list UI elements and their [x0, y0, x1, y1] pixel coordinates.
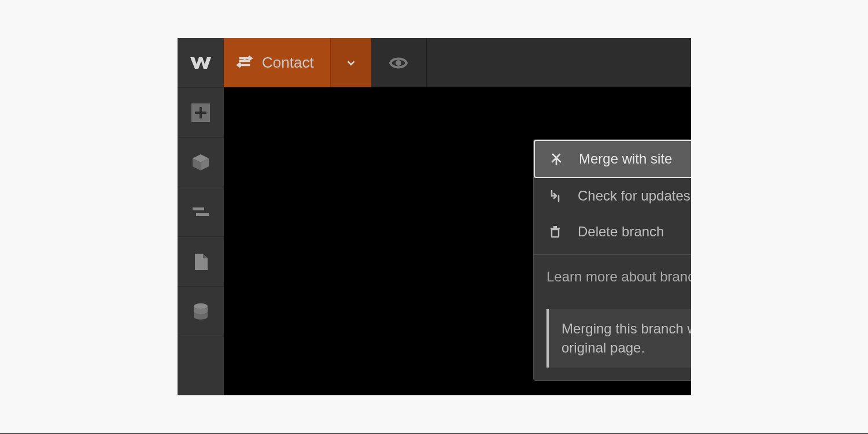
- svg-rect-6: [193, 207, 204, 210]
- trash-icon: [546, 225, 564, 239]
- svg-rect-10: [552, 229, 559, 237]
- branch-indicator[interactable]: Contact: [224, 38, 330, 87]
- update-icon: [546, 189, 564, 203]
- menu-item-label: Delete branch: [578, 222, 664, 241]
- webflow-logo[interactable]: [178, 38, 224, 88]
- components-panel-button[interactable]: [178, 138, 224, 187]
- menu-merge-with-site[interactable]: Merge with site: [534, 140, 691, 178]
- branch-icon: [237, 55, 253, 71]
- branch-dropdown-menu: Merge with site Check for updates Delete…: [533, 139, 691, 381]
- chevron-down-icon: [345, 57, 357, 69]
- menu-delete-branch[interactable]: Delete branch: [534, 214, 691, 250]
- svg-point-8: [194, 303, 208, 309]
- learn-more-label: Learn more about branching: [546, 269, 691, 284]
- merge-warning-text: Merging this branch will replace the ori…: [562, 321, 691, 355]
- add-panel-button[interactable]: [178, 88, 224, 138]
- cms-panel-button[interactable]: [178, 287, 224, 336]
- svg-rect-2: [195, 112, 206, 114]
- svg-rect-7: [196, 213, 209, 216]
- svg-rect-12: [553, 226, 557, 228]
- left-sidebar: [178, 38, 224, 395]
- navigator-panel-button[interactable]: [178, 187, 224, 237]
- branch-name: Contact: [262, 54, 314, 72]
- svg-rect-11: [551, 228, 560, 229]
- menu-item-label: Check for updates: [578, 187, 690, 205]
- menu-check-for-updates[interactable]: Check for updates: [534, 178, 691, 214]
- svg-point-9: [396, 60, 401, 66]
- branch-dropdown-button[interactable]: [330, 38, 371, 87]
- merge-warning-note: Merging this branch will replace the ori…: [546, 309, 691, 368]
- top-bar: Contact: [224, 38, 691, 87]
- app-window: Contact Merge with site Check for update…: [178, 38, 691, 395]
- merge-icon: [548, 152, 565, 166]
- menu-learn-more-link[interactable]: Learn more about branching: [534, 254, 691, 299]
- preview-button[interactable]: [371, 38, 427, 87]
- menu-item-label: Merge with site: [579, 150, 672, 168]
- pages-panel-button[interactable]: [178, 237, 224, 287]
- eye-icon: [389, 54, 408, 72]
